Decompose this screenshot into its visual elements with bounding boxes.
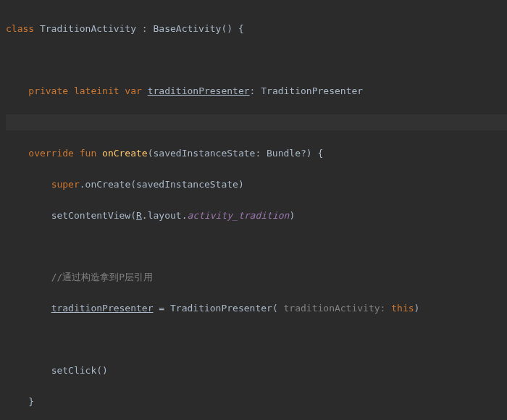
code-line: super.onCreate(savedInstanceState) xyxy=(6,177,507,192)
code-line: } xyxy=(6,394,507,409)
code-line xyxy=(6,52,507,67)
code-line xyxy=(6,332,507,347)
code-line: override fun onCreate(savedInstanceState… xyxy=(6,146,507,161)
code-line: //通过构造拿到P层引用 xyxy=(6,269,507,285)
code-line: setContentView(R.layout.activity_traditi… xyxy=(6,208,507,223)
code-line: setClick() xyxy=(6,363,507,378)
code-editor[interactable]: class TraditionActivity : BaseActivity()… xyxy=(6,6,507,420)
code-line: traditionPresenter = TraditionPresenter(… xyxy=(6,301,507,316)
code-line-caret xyxy=(6,114,507,130)
code-line: class TraditionActivity : BaseActivity()… xyxy=(6,21,507,36)
code-line xyxy=(6,239,507,254)
code-line: private lateinit var traditionPresenter:… xyxy=(6,83,507,98)
